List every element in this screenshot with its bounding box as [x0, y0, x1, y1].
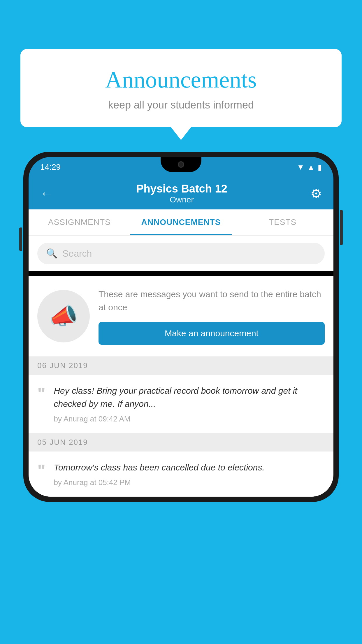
announcement-text-1: Hey class! Bring your practical record b… [54, 384, 325, 424]
announcement-text-2: Tomorrow's class has been cancelled due … [54, 461, 325, 487]
speech-bubble-title: Announcements [35, 66, 327, 93]
speech-bubble: Announcements keep all your students inf… [20, 49, 342, 127]
megaphone-circle: 📣 [37, 290, 90, 342]
wifi-icon: ▼ [297, 163, 305, 172]
header-title-group: Physics Batch 12 Owner [136, 183, 227, 204]
announcement-message-1: Hey class! Bring your practical record b… [54, 384, 325, 410]
search-placeholder: Search [62, 248, 92, 259]
batch-title: Physics Batch 12 [136, 183, 227, 195]
signal-icon: ▲ [307, 163, 315, 172]
tab-tests[interactable]: TESTS [232, 209, 333, 235]
announcement-message-2: Tomorrow's class has been cancelled due … [54, 461, 325, 474]
date-header-2: 05 JUN 2019 [29, 433, 333, 452]
announcement-item-2[interactable]: " Tomorrow's class has been cancelled du… [29, 452, 333, 497]
announcement-item-1[interactable]: " Hey class! Bring your practical record… [29, 375, 333, 433]
announcement-meta-2: by Anurag at 05:42 PM [54, 478, 325, 487]
phone-notch [161, 157, 201, 172]
batch-role: Owner [136, 195, 227, 204]
date-header-1: 06 JUN 2019 [29, 356, 333, 375]
status-bar: 14:29 ▼ ▲ ▮ [29, 157, 333, 177]
search-bar[interactable]: 🔍 Search [37, 243, 325, 264]
megaphone-icon: 📣 [49, 302, 78, 330]
make-announcement-button[interactable]: Make an announcement [99, 322, 325, 345]
prompt-description: These are messages you want to send to t… [99, 288, 325, 314]
camera-dot [178, 161, 184, 168]
status-time: 14:29 [40, 162, 61, 172]
search-icon: 🔍 [46, 248, 58, 259]
volume-button [19, 228, 22, 251]
battery-icon: ▮ [318, 163, 322, 172]
phone-outer: 14:29 ▼ ▲ ▮ ← Physics Batch 12 Owner ⚙ [23, 152, 339, 502]
quote-icon-1: " [37, 385, 45, 403]
search-container: 🔍 Search [29, 236, 333, 271]
speech-bubble-container: Announcements keep all your students inf… [20, 49, 342, 127]
tab-announcements[interactable]: ANNOUNCEMENTS [130, 209, 232, 235]
power-button [340, 210, 343, 245]
quote-icon-2: " [37, 462, 45, 480]
settings-button[interactable]: ⚙ [310, 186, 322, 201]
tab-assignments[interactable]: ASSIGNMENTS [29, 209, 130, 235]
phone-screen: 14:29 ▼ ▲ ▮ ← Physics Batch 12 Owner ⚙ [29, 157, 333, 497]
announcement-prompt: 📣 These are messages you want to send to… [29, 276, 333, 356]
phone-mockup: 14:29 ▼ ▲ ▮ ← Physics Batch 12 Owner ⚙ [23, 152, 339, 502]
status-icons: ▼ ▲ ▮ [297, 163, 322, 172]
app-header: ← Physics Batch 12 Owner ⚙ [29, 177, 333, 209]
tabs-bar: ASSIGNMENTS ANNOUNCEMENTS TESTS [29, 209, 333, 236]
announcement-meta-1: by Anurag at 09:42 AM [54, 414, 325, 424]
back-button[interactable]: ← [40, 186, 53, 201]
prompt-right: These are messages you want to send to t… [99, 288, 325, 345]
speech-bubble-subtitle: keep all your students informed [35, 99, 327, 111]
